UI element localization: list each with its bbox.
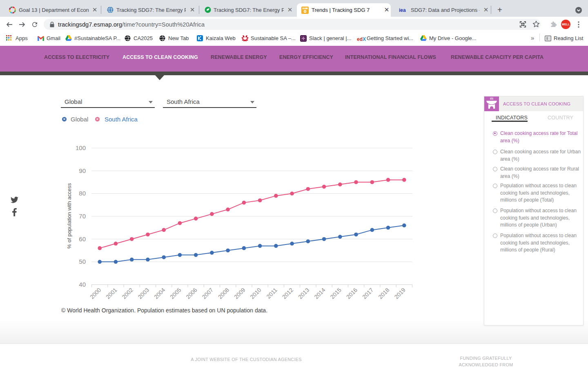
svg-text:2010: 2010 [249, 287, 262, 300]
svg-text:2019: 2019 [393, 287, 407, 300]
svg-text:2008: 2008 [217, 287, 230, 300]
svg-text:2017: 2017 [361, 287, 374, 300]
svg-text:40: 40 [79, 281, 86, 288]
svg-text:2002: 2002 [120, 287, 134, 300]
svg-text:2018: 2018 [377, 287, 390, 300]
svg-text:50: 50 [79, 258, 86, 265]
svg-text:2012: 2012 [281, 287, 294, 300]
svg-text:2009: 2009 [233, 287, 246, 300]
svg-text:100: 100 [76, 144, 86, 151]
svg-text:2014: 2014 [313, 287, 326, 300]
svg-text:% of population with access: % of population with access [66, 183, 72, 249]
svg-text:2005: 2005 [169, 287, 182, 300]
svg-text:90: 90 [79, 167, 86, 174]
svg-text:70: 70 [79, 213, 86, 220]
svg-text:2006: 2006 [185, 287, 198, 300]
svg-text:2016: 2016 [345, 287, 359, 300]
svg-text:2007: 2007 [201, 287, 214, 300]
svg-text:2001: 2001 [105, 287, 118, 300]
svg-text:2003: 2003 [137, 287, 150, 300]
svg-text:60: 60 [79, 236, 86, 242]
svg-text:2013: 2013 [297, 287, 310, 300]
svg-text:2000: 2000 [89, 287, 102, 300]
svg-text:2004: 2004 [153, 287, 166, 300]
svg-text:2011: 2011 [265, 287, 278, 300]
svg-text:2015: 2015 [329, 287, 343, 300]
svg-text:80: 80 [79, 190, 86, 197]
